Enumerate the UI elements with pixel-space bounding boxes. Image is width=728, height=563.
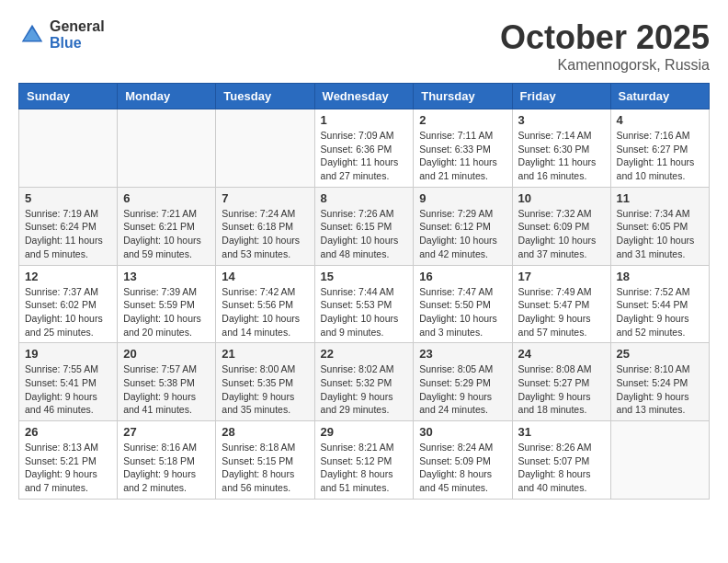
day-info: Sunrise: 7:47 AM Sunset: 5:50 PM Dayligh… bbox=[419, 285, 506, 339]
calendar-cell: 16Sunrise: 7:47 AM Sunset: 5:50 PM Dayli… bbox=[414, 265, 512, 343]
calendar-week-row: 12Sunrise: 7:37 AM Sunset: 6:02 PM Dayli… bbox=[19, 265, 710, 343]
day-number: 3 bbox=[518, 113, 605, 127]
calendar-cell: 7Sunrise: 7:24 AM Sunset: 6:18 PM Daylig… bbox=[216, 187, 314, 265]
day-info: Sunrise: 7:21 AM Sunset: 6:21 PM Dayligh… bbox=[123, 207, 210, 261]
day-number: 20 bbox=[123, 347, 210, 361]
calendar-cell bbox=[216, 109, 314, 188]
calendar-week-row: 5Sunrise: 7:19 AM Sunset: 6:24 PM Daylig… bbox=[19, 187, 710, 265]
day-number: 15 bbox=[321, 270, 408, 283]
calendar-cell: 26Sunrise: 8:13 AM Sunset: 5:21 PM Dayli… bbox=[19, 421, 118, 500]
calendar-cell: 8Sunrise: 7:26 AM Sunset: 6:15 PM Daylig… bbox=[314, 187, 414, 265]
day-number: 23 bbox=[419, 347, 506, 361]
day-info: Sunrise: 8:21 AM Sunset: 5:12 PM Dayligh… bbox=[321, 441, 408, 495]
day-number: 13 bbox=[123, 270, 210, 283]
day-number: 24 bbox=[518, 347, 605, 361]
day-info: Sunrise: 7:32 AM Sunset: 6:09 PM Dayligh… bbox=[518, 207, 605, 261]
weekday-header: Thursday bbox=[414, 84, 512, 109]
day-info: Sunrise: 7:37 AM Sunset: 6:02 PM Dayligh… bbox=[25, 285, 111, 339]
day-info: Sunrise: 8:02 AM Sunset: 5:32 PM Dayligh… bbox=[321, 362, 408, 417]
day-number: 21 bbox=[222, 347, 308, 361]
day-number: 10 bbox=[518, 191, 605, 205]
day-info: Sunrise: 7:55 AM Sunset: 5:41 PM Dayligh… bbox=[25, 362, 111, 417]
calendar-cell: 19Sunrise: 7:55 AM Sunset: 5:41 PM Dayli… bbox=[19, 343, 118, 421]
calendar-cell: 17Sunrise: 7:49 AM Sunset: 5:47 PM Dayli… bbox=[512, 265, 610, 343]
calendar-cell: 24Sunrise: 8:08 AM Sunset: 5:27 PM Dayli… bbox=[512, 343, 610, 421]
weekday-header: Tuesday bbox=[216, 84, 314, 109]
calendar-cell: 6Sunrise: 7:21 AM Sunset: 6:21 PM Daylig… bbox=[118, 187, 216, 265]
page-header: General Blue October 2025 Kamennogorsk, … bbox=[18, 18, 710, 74]
weekday-header: Saturday bbox=[610, 84, 709, 109]
weekday-header-row: SundayMondayTuesdayWednesdayThursdayFrid… bbox=[19, 84, 710, 109]
calendar-cell: 1Sunrise: 7:09 AM Sunset: 6:36 PM Daylig… bbox=[314, 109, 414, 188]
logo-blue: Blue bbox=[50, 35, 105, 52]
logo-text: General Blue bbox=[50, 18, 105, 51]
calendar-cell: 18Sunrise: 7:52 AM Sunset: 5:44 PM Dayli… bbox=[610, 265, 709, 343]
calendar-cell bbox=[118, 109, 216, 188]
calendar-cell: 11Sunrise: 7:34 AM Sunset: 6:05 PM Dayli… bbox=[610, 187, 709, 265]
day-number: 30 bbox=[419, 425, 506, 439]
calendar-cell: 4Sunrise: 7:16 AM Sunset: 6:27 PM Daylig… bbox=[610, 109, 709, 188]
calendar-cell: 25Sunrise: 8:10 AM Sunset: 5:24 PM Dayli… bbox=[610, 343, 709, 421]
day-info: Sunrise: 7:26 AM Sunset: 6:15 PM Dayligh… bbox=[321, 207, 408, 261]
day-info: Sunrise: 7:34 AM Sunset: 6:05 PM Dayligh… bbox=[617, 207, 703, 261]
day-info: Sunrise: 7:19 AM Sunset: 6:24 PM Dayligh… bbox=[25, 207, 111, 261]
day-number: 9 bbox=[419, 191, 506, 205]
day-number: 5 bbox=[25, 191, 111, 205]
day-info: Sunrise: 8:13 AM Sunset: 5:21 PM Dayligh… bbox=[25, 441, 111, 495]
location: Kamennogorsk, Russia bbox=[500, 57, 710, 74]
day-number: 14 bbox=[222, 270, 308, 283]
day-number: 2 bbox=[419, 113, 506, 127]
day-number: 4 bbox=[617, 113, 703, 127]
calendar-cell: 15Sunrise: 7:44 AM Sunset: 5:53 PM Dayli… bbox=[314, 265, 414, 343]
day-info: Sunrise: 7:14 AM Sunset: 6:30 PM Dayligh… bbox=[518, 129, 605, 183]
calendar-cell: 22Sunrise: 8:02 AM Sunset: 5:32 PM Dayli… bbox=[314, 343, 414, 421]
day-info: Sunrise: 8:05 AM Sunset: 5:29 PM Dayligh… bbox=[419, 362, 506, 417]
calendar-cell: 28Sunrise: 8:18 AM Sunset: 5:15 PM Dayli… bbox=[216, 421, 314, 500]
day-number: 29 bbox=[321, 425, 408, 439]
day-info: Sunrise: 7:29 AM Sunset: 6:12 PM Dayligh… bbox=[419, 207, 506, 261]
day-number: 22 bbox=[321, 347, 408, 361]
calendar-cell: 30Sunrise: 8:24 AM Sunset: 5:09 PM Dayli… bbox=[414, 421, 512, 500]
day-info: Sunrise: 7:09 AM Sunset: 6:36 PM Dayligh… bbox=[321, 129, 408, 183]
calendar-week-row: 19Sunrise: 7:55 AM Sunset: 5:41 PM Dayli… bbox=[19, 343, 710, 421]
day-number: 17 bbox=[518, 270, 605, 283]
day-number: 7 bbox=[222, 191, 308, 205]
weekday-header: Sunday bbox=[19, 84, 118, 109]
day-info: Sunrise: 8:10 AM Sunset: 5:24 PM Dayligh… bbox=[617, 362, 703, 417]
calendar-cell: 27Sunrise: 8:16 AM Sunset: 5:18 PM Dayli… bbox=[118, 421, 216, 500]
day-info: Sunrise: 7:44 AM Sunset: 5:53 PM Dayligh… bbox=[321, 285, 408, 339]
day-number: 1 bbox=[321, 113, 408, 127]
title-block: October 2025 Kamennogorsk, Russia bbox=[500, 18, 710, 74]
day-info: Sunrise: 7:42 AM Sunset: 5:56 PM Dayligh… bbox=[222, 285, 308, 339]
month-title: October 2025 bbox=[500, 18, 710, 57]
logo: General Blue bbox=[18, 18, 105, 51]
calendar-cell: 29Sunrise: 8:21 AM Sunset: 5:12 PM Dayli… bbox=[314, 421, 414, 500]
calendar-week-row: 1Sunrise: 7:09 AM Sunset: 6:36 PM Daylig… bbox=[19, 109, 710, 188]
day-number: 16 bbox=[419, 270, 506, 283]
calendar-week-row: 26Sunrise: 8:13 AM Sunset: 5:21 PM Dayli… bbox=[19, 421, 710, 500]
calendar: SundayMondayTuesdayWednesdayThursdayFrid… bbox=[18, 83, 710, 500]
day-info: Sunrise: 7:11 AM Sunset: 6:33 PM Dayligh… bbox=[419, 129, 506, 183]
day-number: 8 bbox=[321, 191, 408, 205]
day-number: 26 bbox=[25, 425, 111, 439]
calendar-cell bbox=[19, 109, 118, 188]
day-number: 19 bbox=[25, 347, 111, 361]
weekday-header: Wednesday bbox=[314, 84, 414, 109]
day-info: Sunrise: 8:08 AM Sunset: 5:27 PM Dayligh… bbox=[518, 362, 605, 417]
day-number: 6 bbox=[123, 191, 210, 205]
day-number: 27 bbox=[123, 425, 210, 439]
calendar-cell: 31Sunrise: 8:26 AM Sunset: 5:07 PM Dayli… bbox=[512, 421, 610, 500]
weekday-header: Friday bbox=[512, 84, 610, 109]
day-info: Sunrise: 7:39 AM Sunset: 5:59 PM Dayligh… bbox=[123, 285, 210, 339]
calendar-cell: 21Sunrise: 8:00 AM Sunset: 5:35 PM Dayli… bbox=[216, 343, 314, 421]
day-info: Sunrise: 8:00 AM Sunset: 5:35 PM Dayligh… bbox=[222, 362, 308, 417]
calendar-cell: 9Sunrise: 7:29 AM Sunset: 6:12 PM Daylig… bbox=[414, 187, 512, 265]
day-number: 25 bbox=[617, 347, 703, 361]
logo-icon bbox=[18, 21, 46, 49]
logo-general: General bbox=[50, 18, 105, 35]
day-number: 31 bbox=[518, 425, 605, 439]
day-info: Sunrise: 7:24 AM Sunset: 6:18 PM Dayligh… bbox=[222, 207, 308, 261]
weekday-header: Monday bbox=[118, 84, 216, 109]
day-info: Sunrise: 8:26 AM Sunset: 5:07 PM Dayligh… bbox=[518, 441, 605, 495]
calendar-cell: 10Sunrise: 7:32 AM Sunset: 6:09 PM Dayli… bbox=[512, 187, 610, 265]
